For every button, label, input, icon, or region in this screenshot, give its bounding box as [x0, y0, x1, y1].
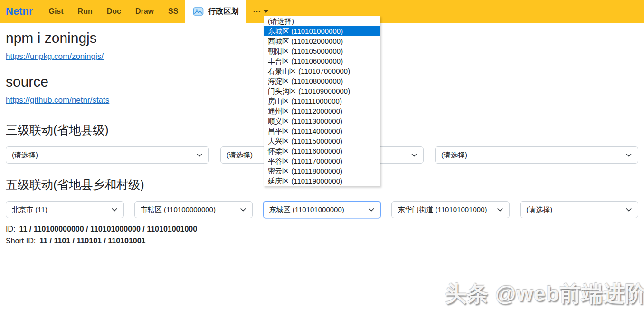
chevron-down-icon — [264, 10, 268, 13]
select-county-3[interactable]: (请选择) — [435, 146, 638, 164]
chevron-down-icon — [111, 206, 118, 213]
select-value: (请选择) — [526, 205, 622, 214]
chevron-down-icon — [497, 206, 503, 213]
dropdown-option-selected[interactable]: 东城区 (110101000000) — [264, 26, 380, 36]
link-github[interactable]: https://github.com/netnr/stats — [6, 96, 109, 105]
select-value: (请选择) — [441, 151, 622, 160]
open-select-dropdown-list: (请选择) 东城区 (110101000000) 西城区 (1101020000… — [264, 16, 380, 186]
dropdown-option[interactable]: 平谷区 (110117000000) — [264, 156, 380, 166]
dropdown-option[interactable]: 昌平区 (110114000000) — [264, 126, 380, 136]
select-value: 东城区 (110101000000) — [269, 205, 365, 214]
select-value: 市辖区 (110100000000) — [141, 205, 236, 214]
nav-item-ss[interactable]: SS — [161, 0, 185, 23]
ellipsis-icon: ⋯ — [253, 7, 260, 16]
dropdown-option[interactable]: 顺义区 (110113000000) — [264, 116, 380, 126]
chevron-down-icon — [368, 206, 375, 213]
chevron-down-icon — [196, 152, 203, 158]
nav-tab-zoning-active[interactable]: 行政区划 — [185, 0, 246, 23]
dropdown-option[interactable]: 石景山区 (110107000000) — [264, 66, 380, 76]
dropdown-option[interactable]: 海淀区 (110108000000) — [264, 76, 380, 86]
five-level-select-row: 北京市 (11) 市辖区 (110100000000) 东城区 (1101010… — [6, 201, 638, 218]
map-stamp-icon — [193, 6, 204, 17]
select-town-5[interactable]: 东华门街道 (110101001000) — [391, 201, 510, 218]
nav-item-gist[interactable]: Gist — [41, 0, 70, 23]
dropdown-option[interactable]: 丰台区 (110106000000) — [264, 56, 380, 66]
dropdown-option[interactable]: 西城区 (110102000000) — [264, 36, 380, 46]
id-value: 11 / 110100000000 / 110101000000 / 11010… — [19, 225, 197, 233]
dropdown-option[interactable]: 通州区 (110112000000) — [264, 106, 380, 116]
select-province-3[interactable]: (请选择) — [6, 146, 209, 164]
dropdown-option[interactable]: 大兴区 (110115000000) — [264, 136, 380, 146]
id-label: ID: — [6, 225, 15, 233]
select-value: 东华门街道 (110101001000) — [398, 205, 493, 214]
dropdown-option[interactable]: 怀柔区 (110116000000) — [264, 146, 380, 156]
id-result-line: ID:11 / 110100000000 / 110101000000 / 11… — [6, 225, 638, 233]
watermark-text: 头条 @web前端进阶 — [445, 280, 644, 308]
nav-item-doc[interactable]: Doc — [100, 0, 128, 23]
nav-item-draw[interactable]: Draw — [128, 0, 161, 23]
chevron-down-icon — [240, 206, 246, 213]
select-city-5[interactable]: 市辖区 (110100000000) — [134, 201, 253, 218]
brand-netnr[interactable]: Netnr — [6, 0, 33, 23]
dropdown-option[interactable]: (请选择) — [264, 16, 380, 26]
nav-tab-label: 行政区划 — [208, 7, 238, 17]
chevron-down-icon — [625, 152, 632, 158]
select-county-5-open[interactable]: 东城区 (110101000000) — [263, 201, 381, 218]
chevron-down-icon — [625, 206, 632, 213]
dropdown-option[interactable]: 门头沟区 (110109000000) — [264, 86, 380, 96]
select-value: (请选择) — [12, 151, 192, 160]
select-value: 北京市 (11) — [12, 205, 107, 214]
link-unpkg[interactable]: https://unpkg.com/zoningjs/ — [6, 52, 104, 61]
short-id-value: 11 / 1101 / 110101 / 110101001 — [39, 237, 145, 245]
dropdown-option[interactable]: 延庆区 (110119000000) — [264, 176, 380, 186]
dropdown-option[interactable]: 密云区 (110118000000) — [264, 166, 380, 176]
chevron-down-icon — [411, 152, 417, 158]
dropdown-option[interactable]: 朝阳区 (110105000000) — [264, 46, 380, 56]
select-province-5[interactable]: 北京市 (11) — [6, 201, 124, 218]
nav-item-run[interactable]: Run — [71, 0, 100, 23]
dropdown-option[interactable]: 房山区 (110111000000) — [264, 96, 380, 106]
short-id-label: Short ID: — [6, 237, 36, 245]
select-village-5[interactable]: (请选择) — [520, 201, 638, 218]
short-id-result-line: Short ID:11 / 1101 / 110101 / 110101001 — [6, 237, 638, 245]
